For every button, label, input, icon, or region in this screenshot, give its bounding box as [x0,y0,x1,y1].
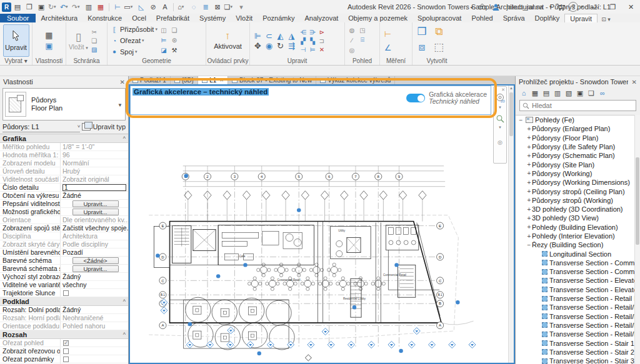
panel-label-clipboard[interactable]: Schránka [66,57,107,64]
tree-expander-icon[interactable]: + [526,197,532,204]
tree-item[interactable]: Transverse Section - Stair 2 [516,348,634,357]
sync-with-central-icon[interactable]: ↻▾ [48,2,59,12]
type-selector-arrow-icon[interactable]: ▼ [118,102,122,108]
user-menu-arrow-icon[interactable]: ▾ [547,0,554,14]
browser-scrollbar[interactable] [634,115,640,364]
view-tab-l1[interactable]: L1✕ [198,76,228,84]
property-value[interactable]: Upravit... [61,209,128,215]
ribbon-tab-soubor[interactable]: Soubor [0,14,36,22]
ribbon-tab-upravit[interactable]: Upravit [564,14,598,22]
trim-single-icon[interactable]: ⊣ [299,46,308,54]
tree-item[interactable]: +3D pohledy (3D View) [516,214,634,222]
sheets-icon[interactable]: ▤ [542,89,551,97]
property-edit-button[interactable]: Upravit... [72,209,119,215]
property-value[interactable] [61,348,128,354]
store-cart-icon[interactable] [554,0,568,14]
tree-expander-icon[interactable]: + [526,188,532,195]
ribbon-tab-architektura[interactable]: Architektura [36,14,82,22]
ribbon-tab-syst-my[interactable]: Systémy [194,14,231,22]
tree-item[interactable]: −Pohledy (Fe) [516,116,634,124]
property-edit-button[interactable]: Upravit... [72,200,119,207]
paste-label[interactable]: Vložit ▾ [69,44,88,51]
panel-label-properties[interactable]: Vlastnosti [32,57,66,64]
views-icon[interactable]: ▦ [531,89,539,97]
trim-corner-icon[interactable]: ⊐ [318,37,326,45]
move-icon[interactable]: ✥ [252,41,263,51]
rotate-icon[interactable]: ↻ [275,41,286,51]
property-checkbox[interactable] [63,340,69,346]
zoom-icon[interactable] [496,114,504,124]
unpin-icon[interactable]: ⊳ [318,28,326,36]
tree-item[interactable]: +Půdorysy stropů (Working) [516,196,634,205]
collapse-icon[interactable]: ^ [123,298,126,305]
canvas-vertical-scrollbar[interactable]: ▲ [508,86,514,363]
aligned-dimension-icon[interactable]: ⊢ [112,2,123,12]
tree-item[interactable]: +Půdorysy (Site Plan) [516,160,634,169]
trim-multi-icon[interactable]: ⊨ [308,46,317,54]
paint-icon[interactable]: ◪ [159,46,168,54]
property-checkbox[interactable] [63,348,69,354]
geometry-tool-spoj[interactable]: ●Spoj▾ [110,46,138,57]
revit-links-icon[interactable]: ❏ [587,89,596,97]
modify-button[interactable]: Upravit [3,24,29,57]
activate-controls-button[interactable]: ⊺ Aktivovat [215,24,241,57]
dropdown-arrow-icon[interactable]: ▾ [54,4,58,9]
text-icon[interactable]: A [159,2,171,12]
properties-icon[interactable]: ▦ [44,31,54,41]
type-selector[interactable]: Půdorys Floor Plan ▼ [2,88,126,121]
drawing-canvas[interactable]: Grafická akcelerace – technický náhled G… [129,84,515,364]
profile-icon[interactable]: ⊛ [170,36,179,44]
dropdown-arrow-icon[interactable]: ▾ [78,4,82,9]
panel-label-modify[interactable]: Upravit [250,57,344,64]
delete-icon[interactable]: ✕ [318,46,326,54]
tree-item[interactable]: Transverse Section - Commercial - [516,267,634,276]
measure-length-icon[interactable]: ⊢ [382,29,393,39]
split-element-icon[interactable]: ⋲ [299,28,308,36]
dropdown-arrow-icon[interactable]: ▾ [66,4,70,9]
edit-type-button[interactable]: Upravit typ [82,123,126,130]
reveal-hidden-icon[interactable]: ◍ [348,26,356,34]
render-icon[interactable]: ◌ [188,2,199,12]
switch-windows-icon[interactable]: ❏▾ [224,2,235,12]
tree-item[interactable]: Transverse Section - Commercial - [516,258,634,267]
property-value[interactable] [61,357,128,362]
properties-close-icon[interactable]: ✕ [120,79,125,86]
tree-expander-icon[interactable]: + [526,224,532,230]
property-value[interactable]: <Žádné> [61,257,128,264]
tree-expander-icon[interactable]: + [526,144,532,150]
tree-expander-icon[interactable]: + [526,215,532,222]
collapse-search-icon[interactable]: ◂ [468,0,475,14]
user-avatar-icon[interactable] [489,0,502,14]
measure-angle-icon[interactable]: ∠ [382,42,393,52]
close-button[interactable]: ✕ [622,0,640,14]
dropdown-arrow-icon[interactable]: ▾ [182,4,186,9]
ribbon-tab-prefabrik-t[interactable]: Prefabrikát [151,14,194,22]
ribbon-tab-konstrukce[interactable]: Konstrukce [82,14,127,22]
browser-scrollbar-thumb[interactable] [636,157,639,245]
property-value[interactable]: Žádný [61,273,128,280]
paste-icon[interactable]: ▯ [71,31,85,43]
dropdown-arrow-icon[interactable]: ▾ [135,49,138,54]
navbar-options-icon[interactable]: ◎ [498,139,502,145]
collapse-icon[interactable]: ^ [123,135,126,142]
ribbon-tab-dopl-ky[interactable]: Doplňky [530,14,565,22]
measure-icon[interactable]: ▭▾ [124,2,135,12]
search-input[interactable] [532,102,633,109]
tree-expander-icon[interactable]: + [526,206,532,213]
cut-profile-icon[interactable]: ⌸ [358,36,367,44]
dropdown-arrow-icon[interactable]: ▾ [230,4,234,9]
ribbon-tab-pozn-mky[interactable]: Poznámky [258,14,299,22]
project-browser-close-icon[interactable]: ✕ [632,79,637,86]
type-selector-icon[interactable]: ▣ [44,41,54,51]
property-value[interactable]: 1 [61,184,128,191]
close-hidden-windows-icon[interactable]: ⊠ [212,2,223,12]
customize-qat-icon[interactable]: ▾ [236,2,247,12]
ribbon-tab-ocel[interactable]: Ocel [127,14,151,22]
panel-label-select[interactable]: Vybrat ▾ [0,57,32,64]
shaft-opening-icon[interactable]: ❏ [170,26,179,34]
property-checkbox[interactable] [63,357,69,362]
match-type-icon[interactable]: ▨ [90,46,99,54]
panel-label-create[interactable]: Vytvořit [412,57,461,64]
dropdown-arrow-icon[interactable]: ▾ [155,27,158,32]
cut-icon[interactable]: ✂ [90,28,99,36]
